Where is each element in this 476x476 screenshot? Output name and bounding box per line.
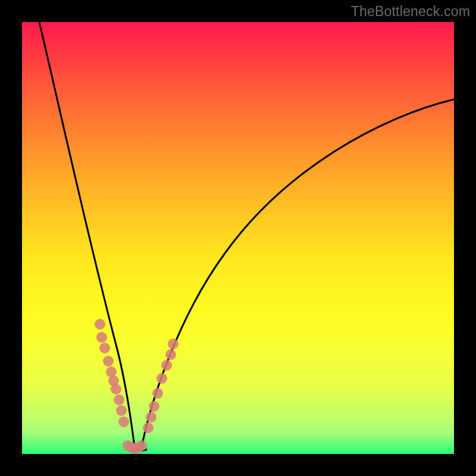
marker-dot [146, 412, 156, 422]
marker-dot [156, 373, 167, 384]
marker-dot [152, 388, 163, 399]
marker-dot [96, 332, 107, 343]
right-curve [141, 99, 454, 450]
marker-dot [116, 405, 127, 416]
marker-dot [111, 384, 121, 394]
marker-dot [114, 394, 124, 405]
watermark-text: TheBottleneck.com [351, 4, 470, 20]
marker-dot [95, 319, 105, 330]
marker-dot [103, 356, 114, 367]
marker-dot [136, 440, 147, 451]
marker-dot [168, 339, 178, 349]
marker-dot [118, 416, 129, 427]
chart-frame [22, 22, 454, 454]
marker-dot [165, 349, 176, 360]
marker-dot [99, 343, 110, 353]
left-curve [39, 22, 135, 450]
marker-dot [161, 360, 172, 371]
marker-dot [149, 401, 159, 412]
chart-svg [22, 22, 454, 454]
marker-dot [143, 422, 154, 433]
